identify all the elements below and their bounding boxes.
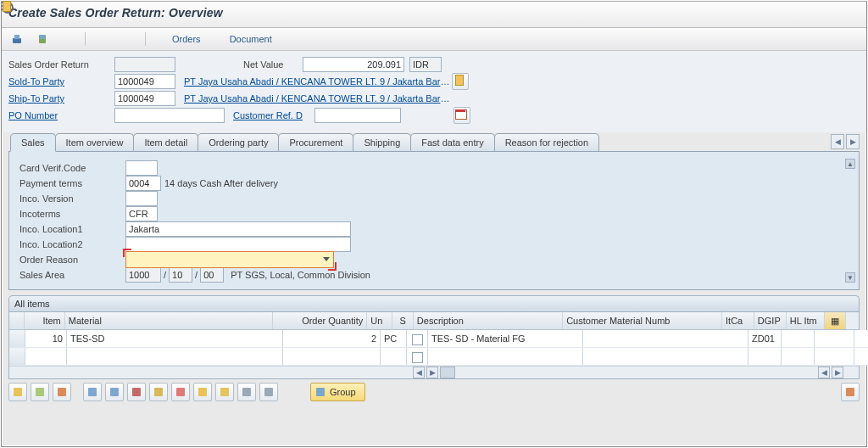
grid-scroll-right[interactable]: ▶ — [426, 367, 438, 378]
sold-to-label[interactable]: Sold-To Party — [8, 76, 114, 87]
deselect-all-button[interactable] — [53, 383, 71, 401]
detail-button[interactable] — [8, 383, 27, 401]
grid-scroll-left[interactable]: ◀ — [413, 367, 425, 378]
print-preview-button[interactable] — [7, 31, 27, 48]
tab-ordering-party[interactable]: Ordering party — [198, 133, 279, 151]
col-qty[interactable]: Order Quantity — [273, 312, 367, 329]
col-itca[interactable]: ItCa — [722, 312, 754, 329]
payment-terms-code-field[interactable] — [125, 176, 161, 191]
cell-un[interactable] — [381, 348, 407, 365]
partner-button[interactable] — [58, 31, 78, 48]
cust-ref-date-button[interactable] — [453, 107, 470, 124]
row-handle[interactable] — [9, 348, 25, 365]
tab-procurement[interactable]: Procurement — [278, 133, 353, 151]
header-detail-button[interactable] — [92, 31, 113, 48]
col-item[interactable]: Item — [25, 312, 64, 329]
sold-to-link[interactable]: PT Jaya Usaha Abadi / KENCANA TOWER LT. … — [184, 76, 452, 87]
sold-to-field[interactable] — [114, 74, 175, 89]
grid-config-button[interactable]: ▦ — [825, 312, 845, 329]
cell-itca[interactable]: ZD01 — [748, 330, 782, 347]
ship-to-label[interactable]: Ship-To Party — [8, 93, 114, 104]
tab-sales[interactable]: Sales — [10, 133, 56, 152]
corner-select-all[interactable] — [9, 312, 25, 329]
cell-item[interactable] — [25, 348, 67, 365]
scroll-down-button[interactable]: ▼ — [845, 272, 855, 283]
cell-material[interactable]: TES-SD — [67, 330, 283, 347]
find-button[interactable] — [171, 383, 190, 401]
sold-to-search-button[interactable] — [452, 73, 469, 90]
tab-item-overview[interactable]: Item overview — [55, 133, 135, 151]
tab-shipping[interactable]: Shipping — [353, 133, 411, 151]
col-un[interactable]: Un — [367, 312, 392, 329]
inco-loc2-field[interactable] — [125, 237, 351, 252]
paint-button[interactable] — [118, 31, 138, 48]
po-number-field[interactable] — [114, 108, 225, 123]
cell-s[interactable] — [407, 330, 428, 347]
col-material[interactable]: Material — [65, 312, 274, 329]
col-s[interactable]: S — [392, 312, 413, 329]
incoterms-field[interactable] — [125, 206, 158, 221]
cust-ref-field[interactable] — [314, 108, 401, 123]
sum-button[interactable] — [149, 383, 168, 401]
layout1-button[interactable] — [193, 383, 212, 401]
cell-desc[interactable] — [428, 348, 583, 365]
po-number-label[interactable]: PO Number — [8, 110, 114, 120]
cell-un[interactable]: PC — [381, 330, 407, 347]
cell-hl[interactable] — [815, 348, 854, 365]
document-button[interactable]: Document — [210, 31, 276, 48]
tab-fast-entry[interactable]: Fast data entry — [410, 133, 494, 151]
schedule-button[interactable] — [259, 383, 278, 401]
cell-cmn[interactable] — [583, 330, 748, 347]
grid-scroll-left-end[interactable]: ◀ — [818, 367, 830, 378]
cell-cmn[interactable] — [583, 348, 748, 365]
tab-reason-reject[interactable]: Reason for rejection — [494, 133, 599, 151]
grid-horizontal-scrollbar[interactable]: ◀ ▶ ◀ ▶ — [9, 366, 859, 378]
sort-asc-button[interactable] — [83, 383, 102, 401]
output-button[interactable] — [32, 31, 53, 48]
select-all-button[interactable] — [31, 383, 49, 401]
card-verif-field[interactable] — [125, 160, 158, 176]
cell-material[interactable] — [67, 348, 283, 365]
cell-item[interactable]: 10 — [25, 330, 67, 347]
sales-tab-panel: Card Verif.Code Payment terms 14 days Ca… — [8, 152, 860, 290]
row-handle[interactable] — [9, 330, 25, 347]
propose-button[interactable] — [841, 383, 860, 401]
cell-hl[interactable] — [815, 330, 854, 347]
grid-scroll-right-end[interactable]: ▶ — [832, 367, 843, 378]
cell-qty[interactable] — [283, 348, 381, 365]
col-cmn[interactable]: Customer Material Numb — [563, 312, 722, 329]
layout2-button[interactable] — [215, 383, 234, 401]
table-row[interactable] — [9, 348, 868, 366]
cell-itca[interactable] — [748, 348, 782, 365]
tabstrip-scroll-left[interactable]: ◀ — [831, 134, 844, 149]
ship-to-field[interactable] — [114, 91, 175, 106]
cell-qty[interactable]: 2 — [283, 330, 381, 347]
orders-button[interactable]: Orders — [153, 31, 205, 48]
cell-dgip[interactable] — [782, 348, 815, 365]
table-row[interactable]: 10 TES-SD 2 PC TES- SD - Material FG ZD0… — [9, 330, 868, 348]
order-reason-select[interactable] — [125, 251, 334, 268]
col-dgip[interactable]: DGIP — [754, 312, 787, 329]
group-button[interactable]: Group — [310, 383, 365, 401]
inco-loc1-field[interactable] — [125, 221, 351, 237]
col-desc[interactable]: Description — [414, 312, 563, 329]
inco-version-field[interactable] — [125, 191, 158, 206]
panel-scrollbar[interactable]: ▲ ▼ — [845, 159, 855, 283]
inco-version-label: Inco. Version — [19, 193, 125, 204]
cell-dgip[interactable] — [782, 330, 815, 347]
sales-order-return-field[interactable] — [114, 57, 175, 72]
checkbox-icon[interactable] — [412, 352, 423, 363]
cell-s[interactable] — [407, 348, 428, 365]
conditions-button[interactable] — [237, 383, 256, 401]
tabstrip-scroll-right[interactable]: ▶ — [846, 134, 860, 149]
sort-desc-button[interactable] — [105, 383, 124, 401]
cust-ref-label[interactable]: Customer Ref. D — [233, 110, 314, 120]
cell-desc[interactable]: TES- SD - Material FG — [428, 330, 583, 347]
ship-to-link[interactable]: PT Jaya Usaha Abadi / KENCANA TOWER LT. … — [184, 93, 452, 104]
col-hl[interactable]: HL Itm — [787, 312, 826, 329]
filter-button[interactable] — [127, 383, 146, 401]
checkbox-icon[interactable] — [412, 334, 423, 345]
scroll-up-button[interactable]: ▲ — [845, 159, 855, 169]
tab-item-detail[interactable]: Item detail — [133, 133, 198, 151]
grid-scroll-thumb[interactable] — [440, 367, 455, 378]
